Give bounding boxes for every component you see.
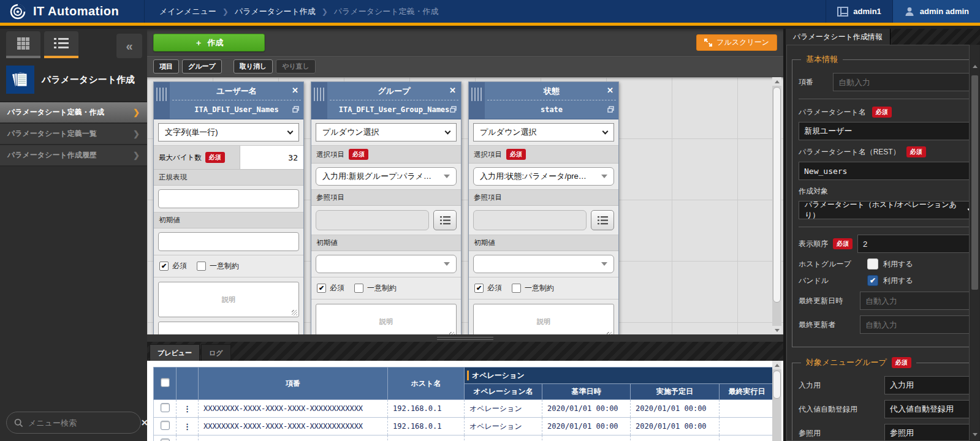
description-textarea[interactable]: 説明 xyxy=(158,282,299,317)
row-menu-icon[interactable]: ⋮ xyxy=(177,418,199,435)
col-header-operation-name: オペレーション名 xyxy=(465,384,542,400)
scroll-up-icon[interactable] xyxy=(970,62,979,70)
selection-item-select[interactable]: 入力用:新規グループ:パラメ… xyxy=(316,167,457,186)
scroll-down-icon[interactable] xyxy=(970,430,979,439)
sidebar-tab-menu-groups[interactable] xyxy=(6,31,40,58)
add-item-button[interactable]: 項目 xyxy=(153,59,179,74)
required-checkbox[interactable]: 必須 xyxy=(159,261,187,271)
tab-sheet-create-info[interactable]: パラメータシート作成情報 xyxy=(786,29,891,45)
breadcrumb-current-page: パラメータシート定義・作成 xyxy=(334,6,439,17)
cell-scheduled-date: 2020/01/01 00:00 xyxy=(631,435,720,441)
workspace-icon xyxy=(837,7,848,17)
required-checkbox[interactable]: 必須 xyxy=(474,283,502,293)
column-card-username[interactable]: ユーザー名 ✕ ITA_DFLT_User_Names 文字列(単一行) 最大バ… xyxy=(153,81,304,334)
column-card-group[interactable]: グループ ✕ ITA_DFLT_User_Group_Names プルダウン選択… xyxy=(311,81,462,334)
default-value-label: 初期値 xyxy=(474,238,495,247)
for-input-label: 入力用 xyxy=(799,380,879,391)
unique-checkbox[interactable]: 一意制約 xyxy=(197,261,239,271)
preview-vertical-scrollbar[interactable] xyxy=(772,361,781,441)
panel-vertical-scrollbar[interactable] xyxy=(970,45,979,441)
restore-window-icon[interactable] xyxy=(607,106,614,115)
required-badge: 必須 xyxy=(349,149,368,160)
sidebar-item-definition-list[interactable]: パラメータシート定義一覧 ❯ xyxy=(0,124,147,145)
unique-checkbox[interactable]: 一意制約 xyxy=(512,283,554,293)
scroll-up-icon[interactable] xyxy=(772,361,781,369)
sidebar-collapse-button[interactable]: « xyxy=(116,34,142,58)
column-type-select[interactable]: 文字列(単一行) xyxy=(158,123,299,141)
row-checkbox[interactable] xyxy=(154,435,177,441)
tab-preview[interactable]: プレビュー xyxy=(150,344,200,361)
default-value-input[interactable] xyxy=(158,232,299,251)
description-textarea[interactable]: 説明 xyxy=(473,304,614,334)
auto-register-field[interactable] xyxy=(884,400,970,418)
scroll-up-icon[interactable] xyxy=(772,77,781,86)
selection-item-select[interactable]: 入力用:状態:パラメータ/pre… xyxy=(473,167,614,186)
reference-item-list-button[interactable] xyxy=(433,210,457,230)
sheet-name-input[interactable] xyxy=(799,122,970,140)
column-type-select[interactable]: プルダウン選択 xyxy=(316,123,457,141)
sidebar-item-define-create[interactable]: パラメータシート定義・作成 ❯ xyxy=(0,102,147,124)
bundle-checkbox[interactable] xyxy=(867,275,878,286)
display-order-input[interactable] xyxy=(857,235,970,253)
regex-input[interactable] xyxy=(158,189,299,208)
scrollbar-thumb[interactable] xyxy=(971,75,978,290)
sidebar-item-creation-history[interactable]: パラメータシート作成履歴 ❯ xyxy=(0,145,147,167)
select-all-checkbox[interactable] xyxy=(154,368,177,400)
user-menu[interactable]: admin admin xyxy=(892,0,980,23)
drag-handle[interactable] xyxy=(154,82,170,119)
sidebar-item-label: パラメータシート作成履歴 xyxy=(7,150,97,160)
for-input-field[interactable] xyxy=(884,376,970,394)
row-menu-icon[interactable]: ⋮ xyxy=(177,400,199,418)
close-icon[interactable]: ✕ xyxy=(607,86,613,95)
close-icon[interactable]: ✕ xyxy=(292,86,298,95)
required-badge: 必須 xyxy=(833,238,853,249)
breadcrumb-main-menu[interactable]: メインメニュー xyxy=(159,6,216,17)
row-checkbox[interactable] xyxy=(154,418,177,435)
drag-handle[interactable] xyxy=(311,82,327,119)
close-icon[interactable]: ✕ xyxy=(449,86,456,95)
canvas-vertical-scrollbar[interactable] xyxy=(772,77,781,334)
row-checkbox[interactable] xyxy=(154,400,177,418)
scrollbar-thumb[interactable] xyxy=(773,87,781,303)
tab-log[interactable]: ログ xyxy=(201,344,231,361)
creation-target-select[interactable]: パラメータシート（ホスト/オペレーションあり） xyxy=(799,201,970,219)
sidebar-tab-menu-list[interactable] xyxy=(44,31,78,58)
preview-resize-handle[interactable] xyxy=(147,334,783,342)
workspace-switcher[interactable]: admin1 xyxy=(826,0,892,23)
create-button[interactable]: ＋ 作成 xyxy=(153,34,265,51)
sheet-name-rest-input[interactable] xyxy=(799,162,970,180)
reference-item-list-button[interactable] xyxy=(591,210,614,230)
column-type-value: 文字列(単一行) xyxy=(165,127,218,138)
column-type-select[interactable]: プルダウン選択 xyxy=(473,123,614,141)
host-group-checkbox[interactable] xyxy=(867,258,878,270)
row-menu-icon[interactable]: ⋮ xyxy=(177,435,199,441)
for-reference-field[interactable] xyxy=(884,424,970,441)
restore-window-icon[interactable] xyxy=(292,106,299,115)
fullscreen-button[interactable]: フルスクリーン xyxy=(696,34,777,51)
scrollbar-thumb[interactable] xyxy=(773,371,781,399)
fullscreen-button-label: フルスクリーン xyxy=(716,37,769,48)
sheet-design-canvas[interactable]: ユーザー名 ✕ ITA_DFLT_User_Names 文字列(単一行) 最大バ… xyxy=(147,77,783,334)
target-menu-group-section: 対象メニューグループ必須 入力用 代入値自動登録用 参照用 対象メニューグループ… xyxy=(792,357,970,441)
breadcrumb-menu-group[interactable]: パラメータシート作成 xyxy=(235,6,316,17)
description-textarea[interactable]: 説明 xyxy=(316,304,457,334)
fullscreen-icon xyxy=(704,39,712,47)
note-textarea[interactable]: 備考 xyxy=(158,322,299,334)
default-value-select[interactable] xyxy=(473,255,614,273)
scroll-down-icon[interactable] xyxy=(772,326,781,334)
restore-window-icon[interactable] xyxy=(450,106,457,115)
column-rest-name: ITA_DFLT_User_Group_Names xyxy=(339,105,450,114)
default-value-select[interactable] xyxy=(316,255,457,273)
add-group-button[interactable]: グループ xyxy=(182,59,222,74)
undo-button[interactable]: 取り消し xyxy=(234,59,273,74)
selection-item-value: 入力用:新規グループ:パラメ… xyxy=(322,171,431,182)
drag-handle[interactable] xyxy=(469,82,485,119)
max-bytes-input[interactable]: 32 xyxy=(240,146,303,169)
required-checkbox[interactable]: 必須 xyxy=(317,283,344,293)
column-card-state[interactable]: 状態 ✕ state プルダウン選択 選択項目必須 入力用:状態:パラメータ/p… xyxy=(468,81,619,334)
unique-checkbox-label: 一意制約 xyxy=(525,283,554,293)
menu-search-input[interactable] xyxy=(28,418,136,428)
unique-checkbox[interactable]: 一意制約 xyxy=(354,283,397,293)
cell-item-no: XXXXXXXX-XXXX-XXXX-XXXX-XXXXXXXXXXXX xyxy=(199,418,388,435)
sidebar-item-label: パラメータシート定義一覧 xyxy=(7,129,97,139)
